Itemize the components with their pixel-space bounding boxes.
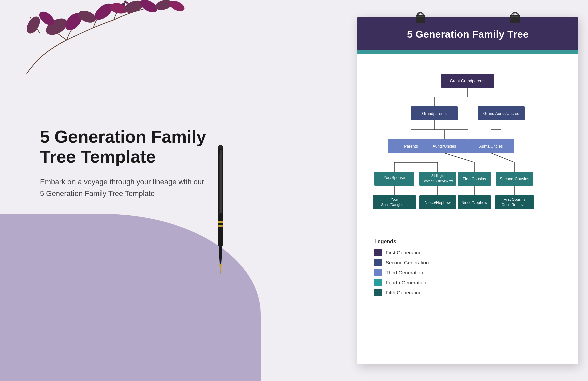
svg-text:Second Cousins: Second Cousins (500, 177, 529, 181)
legend-label-1: Second Generation (386, 260, 429, 265)
svg-rect-70 (374, 279, 382, 286)
legend-label-0: First Generation (386, 250, 422, 255)
document-header: 5 Generation Family Tree (357, 17, 578, 50)
svg-text:Once-Removed: Once-Removed (501, 203, 527, 207)
svg-rect-16 (218, 221, 223, 223)
legend-area: Legends First Generation Second Generati… (357, 235, 578, 309)
legend-swatch-3 (374, 279, 382, 286)
legend-item-4: Fifth Generation (374, 289, 561, 296)
svg-text:Grand Aunts/Uncles: Grand Aunts/Uncles (483, 111, 519, 116)
svg-marker-21 (219, 264, 222, 274)
svg-point-19 (218, 145, 223, 149)
plant-decoration (0, 0, 187, 74)
svg-rect-69 (374, 269, 382, 276)
svg-text:Niece/Nephew: Niece/Nephew (461, 200, 487, 205)
svg-rect-15 (220, 146, 222, 213)
legend-title: Legends (374, 239, 561, 245)
legend-swatch-1 (374, 259, 382, 266)
svg-rect-25 (510, 15, 520, 23)
svg-rect-17 (218, 225, 223, 227)
document: 5 Generation Family Tree (357, 17, 578, 364)
svg-point-11 (122, 3, 125, 5)
svg-rect-26 (511, 16, 519, 17)
legend-item-3: Fourth Generation (374, 279, 561, 286)
family-tree-svg: Great Grandparents Grandparents Grand Au… (368, 64, 568, 227)
binder-clip-left (414, 11, 426, 23)
pen-decoration (212, 144, 229, 277)
legend-label-3: Fourth Generation (386, 280, 426, 285)
svg-rect-22 (219, 154, 220, 214)
svg-text:Parents: Parents (404, 144, 418, 149)
legend-item-0: First Generation (374, 249, 561, 256)
svg-rect-71 (374, 289, 382, 296)
svg-rect-24 (416, 16, 424, 17)
legend-label-2: Third Generation (386, 270, 423, 275)
svg-point-13 (124, 1, 127, 3)
teal-accent-bar (357, 50, 578, 54)
svg-text:Aunts/Uncles: Aunts/Uncles (433, 144, 456, 149)
svg-line-44 (491, 153, 514, 162)
svg-line-42 (444, 153, 474, 162)
svg-text:You/Spouse: You/Spouse (384, 175, 405, 180)
binder-clip-right (509, 11, 521, 23)
legend-swatch-4 (374, 289, 382, 296)
svg-text:Sons/Daughters: Sons/Daughters (381, 203, 408, 207)
document-title: 5 Generation Family Tree (364, 29, 571, 40)
svg-rect-68 (374, 259, 382, 266)
legend-swatch-0 (374, 249, 382, 256)
svg-text:Your: Your (391, 197, 398, 201)
left-panel: 5 Generation Family Tree Template Embark… (40, 127, 207, 199)
legend-item-1: Second Generation (374, 259, 561, 266)
svg-text:Great Grandparents: Great Grandparents (450, 79, 486, 83)
svg-text:Aunts/Uncles: Aunts/Uncles (479, 144, 503, 149)
svg-text:First Cousins: First Cousins (504, 197, 526, 201)
svg-text:First Cousins: First Cousins (463, 177, 486, 181)
svg-text:Brother/Sister-in-law: Brother/Sister-in-law (423, 179, 453, 183)
legend-swatch-2 (374, 269, 382, 276)
tree-area: Great Grandparents Grandparents Grand Au… (357, 54, 578, 235)
svg-text:Niece/Nephew: Niece/Nephew (425, 200, 451, 205)
svg-rect-67 (374, 249, 382, 256)
legend-label-4: Fifth Generation (386, 290, 422, 295)
svg-text:Siblings:: Siblings: (431, 174, 444, 178)
svg-rect-23 (416, 15, 425, 23)
page-title: 5 Generation Family Tree Template (40, 127, 207, 167)
legend-item-2: Third Generation (374, 269, 561, 276)
page-description: Embark on a voyage through your lineage … (40, 176, 207, 199)
svg-text:Grandparents: Grandparents (422, 111, 446, 116)
